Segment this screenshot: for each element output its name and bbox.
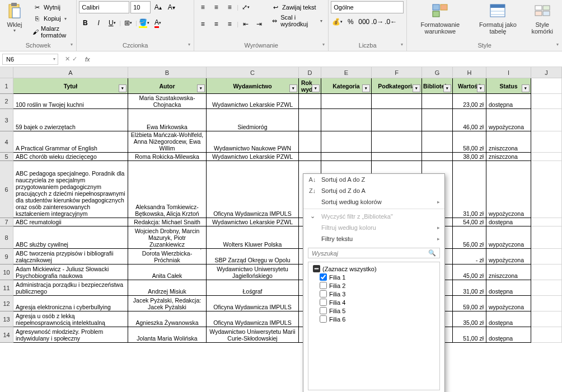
cell-H11[interactable]: 31,00 zł: [453, 280, 486, 296]
copy-button[interactable]: ⎘Kopiuj▾: [30, 13, 73, 23]
filter-button-A[interactable]: ▾: [119, 84, 127, 92]
cell-H4[interactable]: 58,00 zł: [453, 131, 486, 153]
filter-option[interactable]: Filia 5: [311, 306, 437, 315]
cell-A9[interactable]: ABC tworzenia przypisów i bibliografii z…: [13, 249, 128, 265]
cell-I3[interactable]: wypożyczona: [486, 109, 531, 131]
fx-icon[interactable]: fx: [82, 56, 93, 63]
cell-B9[interactable]: Katarzyna Mazur-Kulesza, Dorota Wierzbic…: [128, 249, 207, 265]
filter-option[interactable]: Filia 6: [311, 315, 437, 323]
filter-search[interactable]: 🔍: [308, 248, 440, 258]
row-header-10[interactable]: 10: [0, 265, 13, 280]
cell-I7[interactable]: dostępna: [486, 218, 531, 226]
filter-button-F[interactable]: ▾: [413, 84, 420, 92]
header-cell-I[interactable]: Status▾: [486, 78, 531, 94]
cell-I5[interactable]: zniszczona: [486, 153, 531, 161]
filter-button-B[interactable]: ▾: [197, 84, 205, 92]
cell-I4[interactable]: zniszczona: [486, 131, 531, 153]
header-cell-C[interactable]: Wydawnictwo▾: [207, 78, 299, 94]
header-cell-H[interactable]: Wartość▾: [453, 78, 486, 94]
row-header-13[interactable]: 13: [0, 311, 13, 327]
cell-F5[interactable]: [372, 153, 422, 161]
cell-B6[interactable]: Aleksandra Tomkiewicz-Bętkowska, Alicja …: [128, 161, 207, 218]
cell-H9[interactable]: - zł: [453, 249, 486, 265]
cell-I2[interactable]: dostępna: [486, 94, 531, 109]
filter-button-C[interactable]: ▾: [289, 84, 297, 92]
cell-A13[interactable]: Agresja u osób z lekką niepełnosprawnośc…: [13, 311, 128, 327]
percent-button[interactable]: %: [344, 16, 357, 28]
text-filter-item[interactable]: Filtry tekstu▸: [303, 233, 444, 244]
column-header-A[interactable]: A: [13, 67, 128, 78]
cell-H8[interactable]: 56,00 zł: [453, 226, 486, 249]
sort-za-item[interactable]: Z↓Sortuj od Z do A: [303, 185, 444, 196]
cell-C8[interactable]: Wolters Kluwer Polska: [207, 226, 299, 249]
align-center-button[interactable]: ≡: [210, 18, 222, 30]
cell-E2[interactable]: [321, 94, 372, 109]
cell-J11[interactable]: [531, 280, 562, 296]
cell-C3[interactable]: Siedmioróg: [207, 109, 299, 131]
cell-G2[interactable]: [422, 94, 453, 109]
format-table-button[interactable]: Formatuj jako tabelę: [473, 1, 522, 36]
cell-H6[interactable]: 31,00 zł: [453, 161, 486, 218]
header-cell-E[interactable]: Kategoria▾: [321, 78, 372, 94]
cell-C6[interactable]: Oficyna Wydawnicza IMPULS: [207, 161, 299, 218]
filter-option[interactable]: Filia 2: [311, 281, 437, 290]
align-top-button[interactable]: ≡: [196, 1, 209, 13]
cell-C13[interactable]: Oficyna Wydawnicza IMPULS: [207, 311, 299, 327]
wrap-text-button[interactable]: ↩Zawijaj tekst: [269, 2, 325, 12]
column-header-J[interactable]: J: [531, 67, 562, 78]
cell-C7[interactable]: Wydawnictwo Lekarskie PZWL: [207, 218, 299, 226]
cell-G5[interactable]: [422, 153, 453, 161]
font-color-button[interactable]: A▾: [152, 17, 164, 29]
sort-az-item[interactable]: A↓Sortuj od A do Z: [303, 174, 444, 185]
row-header-11[interactable]: 11: [0, 280, 13, 296]
cell-H14[interactable]: 51,00 zł: [453, 327, 486, 343]
filter-option[interactable]: Filia 3: [311, 290, 437, 298]
cell-H2[interactable]: 23,00 zł: [453, 94, 486, 109]
cell-B5[interactable]: Roma Rokicka-Milewska: [128, 153, 207, 161]
row-header-3[interactable]: 3: [0, 109, 13, 131]
cell-I13[interactable]: dostępna: [486, 311, 531, 327]
cell-J2[interactable]: [531, 94, 562, 109]
filter-button-D[interactable]: ▾: [312, 84, 320, 92]
filter-button-H[interactable]: ▾: [477, 84, 485, 92]
cell-C5[interactable]: Wydawnictwo Lekarskie PZWL: [207, 153, 299, 161]
column-header-B[interactable]: B: [128, 67, 207, 78]
spreadsheet-grid[interactable]: ABCDEFGHIJ 1234567891011121314 Tytuł▾Aut…: [0, 67, 562, 392]
cell-A3[interactable]: 59 bajek o zwierzętach: [13, 109, 128, 131]
cell-A6[interactable]: ABC pedagoga specjalnego. Poradnik dla n…: [13, 161, 128, 218]
cell-E4[interactable]: [321, 131, 372, 153]
row-header-5[interactable]: 5: [0, 153, 13, 161]
decrease-decimal-button[interactable]: .0←: [385, 16, 397, 28]
cell-C9[interactable]: SBP Zarząd Okręgu w Opolu: [207, 249, 299, 265]
cut-button[interactable]: ✂Wytnij: [30, 2, 73, 12]
merge-center-button[interactable]: ⇔Scal i wyśrodkuj▾: [269, 13, 325, 28]
column-header-D[interactable]: D: [299, 67, 321, 78]
cell-J6[interactable]: [531, 161, 562, 218]
column-header-C[interactable]: C: [207, 67, 299, 78]
cell-A14[interactable]: Agresywność młodzieży. Problem indywidul…: [13, 327, 128, 343]
row-header-9[interactable]: 9: [0, 249, 13, 265]
borders-button[interactable]: ⊞▾: [122, 17, 134, 29]
cell-C2[interactable]: Wydawnictwo Lekarskie PZWL: [207, 94, 299, 109]
cell-I14[interactable]: dostępna: [486, 327, 531, 343]
cell-C14[interactable]: Wydawnictwo Uniwersytetu Marii Curie-Skł…: [207, 327, 299, 343]
cell-B3[interactable]: Ewa Mirkowska: [128, 109, 207, 131]
cell-C10[interactable]: Wydawnictwo Uniwersytetu Jagiellońskiego: [207, 265, 299, 280]
align-middle-button[interactable]: ≡: [210, 1, 222, 13]
cancel-formula-icon[interactable]: ✕: [65, 55, 70, 63]
cell-H10[interactable]: 45,00 zł: [453, 265, 486, 280]
paste-button[interactable]: Wklej ▾: [2, 1, 27, 34]
cell-F2[interactable]: [372, 94, 422, 109]
cell-H12[interactable]: 59,00 zł: [453, 296, 486, 311]
cell-J12[interactable]: [531, 296, 562, 311]
cell-A8[interactable]: ABC służby cywilnej: [13, 226, 128, 249]
cell-A10[interactable]: Adam Mickiewicz - Juliusz Słowacki Psych…: [13, 265, 128, 280]
cell-styles-button[interactable]: Style komórki: [525, 1, 560, 36]
cell-F4[interactable]: [372, 131, 422, 153]
filter-button-G[interactable]: ▾: [443, 84, 451, 92]
cell-J5[interactable]: [531, 153, 562, 161]
font-size-select[interactable]: [130, 1, 151, 13]
align-bottom-button[interactable]: ≡: [223, 1, 236, 13]
cell-I11[interactable]: dostępna: [486, 280, 531, 296]
cell-J1[interactable]: [531, 78, 562, 94]
